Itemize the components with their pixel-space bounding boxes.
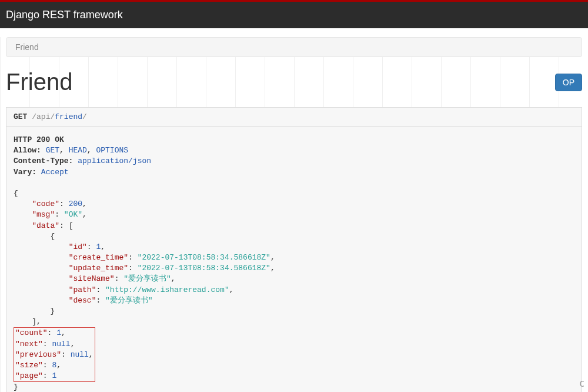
v-next: null <box>52 340 70 348</box>
v-page: 1 <box>52 371 56 380</box>
allow-options: OPTIONS <box>96 146 128 155</box>
v-update-time: "2022-07-13T08:58:34.586618Z" <box>138 264 270 273</box>
pagination-highlight: "count": 1, "next": null, "previous": nu… <box>14 327 95 382</box>
http-method: GET <box>14 112 27 121</box>
request-response-panel: GET /api/friend/ HTTP 200 OK Allow: GET,… <box>6 107 582 392</box>
status-line: HTTP 200 OK <box>14 135 64 144</box>
k-update-time: "update_time" <box>69 264 128 273</box>
navbar: Django REST framework <box>0 2 588 28</box>
k-next: "next" <box>15 340 43 348</box>
v-count: 1 <box>56 328 61 337</box>
page-header: Friend OP <box>6 69 582 95</box>
bottom-letter: C <box>580 379 584 388</box>
request-line: GET /api/friend/ <box>6 108 582 127</box>
k-id: "id" <box>69 242 87 251</box>
breadcrumb: Friend <box>6 37 582 57</box>
json-body: { "code": 200, "msg": "OK", "data": [ { … <box>14 178 574 392</box>
k-size: "size" <box>15 361 43 370</box>
v-code: 200 <box>69 200 82 208</box>
content-area: Friend Friend OP GET /api/friend/ HTTP 2… <box>0 37 588 392</box>
v-msg: "OK" <box>64 210 82 219</box>
v-create-time: "2022-07-13T08:58:34.586618Z" <box>138 253 270 262</box>
ctype-label: Content-Type: <box>14 157 73 165</box>
vary-value: Accept <box>41 168 69 177</box>
v-path: "http://www.ishareread.com" <box>105 285 229 294</box>
path-seg-resource: friend <box>55 112 82 121</box>
response-body: HTTP 200 OK Allow: GET, HEAD, OPTIONS Co… <box>6 127 582 392</box>
v-desc: "爱分享读书" <box>105 296 153 305</box>
k-count: "count" <box>15 328 48 337</box>
breadcrumb-item[interactable]: Friend <box>15 42 39 52</box>
page-title: Friend <box>6 69 72 95</box>
ctype-value: application/json <box>78 157 151 165</box>
k-msg: "msg" <box>32 210 55 219</box>
k-create-time: "create_time" <box>69 253 128 262</box>
v-sitename: "爱分享读书" <box>123 274 171 283</box>
path-sep-1: / <box>32 112 36 121</box>
vary-label: Vary: <box>14 168 36 177</box>
k-previous: "previous" <box>15 350 61 359</box>
allow-get: GET <box>46 146 59 155</box>
options-button[interactable]: OP <box>555 74 582 91</box>
k-sitename: "siteName" <box>69 274 115 283</box>
path-sep-3: / <box>82 112 87 121</box>
k-path: "path" <box>69 285 96 294</box>
allow-head: HEAD <box>69 146 87 155</box>
k-code: "code" <box>32 200 59 208</box>
navbar-brand[interactable]: Django REST framework <box>6 9 123 21</box>
allow-label: Allow: <box>14 146 41 155</box>
path-seg-api: api <box>36 112 50 121</box>
k-desc: "desc" <box>69 296 96 305</box>
k-data: "data" <box>32 221 59 230</box>
v-previous: null <box>71 350 89 359</box>
k-page: "page" <box>15 371 43 380</box>
